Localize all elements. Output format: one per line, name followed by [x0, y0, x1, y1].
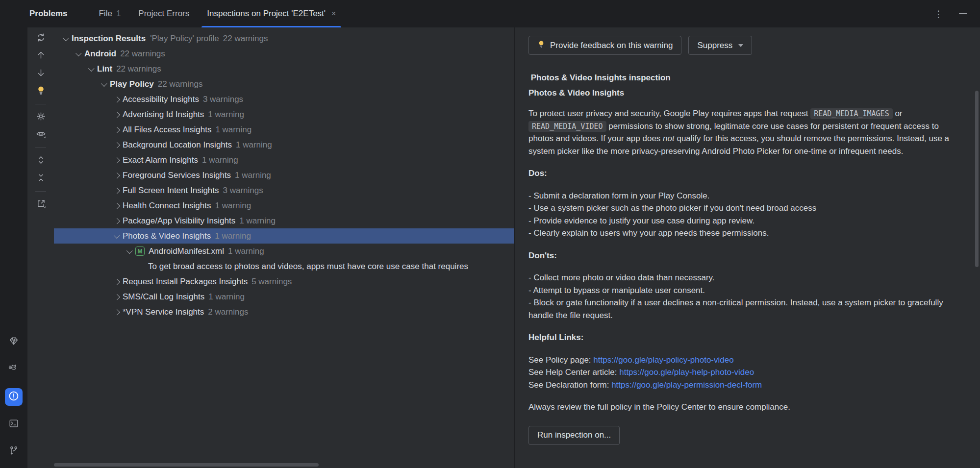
dos-item: - Submit a declaration form in your Play… — [528, 190, 965, 202]
header-tabs: File 1 Project Errors Inspections on Pro… — [90, 0, 345, 27]
hide-tool-window-icon[interactable] — [959, 13, 967, 14]
expand-all-button[interactable] — [35, 155, 47, 167]
stripe-button-terminal[interactable] — [5, 416, 23, 433]
more-options-icon[interactable]: ⋮ — [934, 9, 943, 19]
chevron-right-icon[interactable] — [111, 127, 123, 132]
tree-row-foreground-services-insights[interactable]: Foreground Services Insights 1 warning — [54, 168, 514, 183]
tree-row-sms-call-log-insights[interactable]: SMS/Call Log Insights 1 warning — [54, 289, 514, 304]
tree-row-vpn-service-insights[interactable]: *VPN Service Insights 2 warnings — [54, 304, 514, 320]
refresh-icon — [36, 32, 46, 45]
open-in-new-window-button[interactable] — [35, 198, 47, 210]
horizontal-scrollbar[interactable] — [54, 463, 319, 467]
inspection-settings-button[interactable] — [35, 111, 47, 123]
chevron-down-icon[interactable] — [111, 235, 123, 238]
lightbulb-icon — [36, 85, 46, 98]
description-text: or — [893, 109, 903, 118]
quick-fix-button[interactable] — [35, 85, 47, 97]
chevron-right-icon[interactable] — [111, 295, 123, 299]
tool-window-header: Problems File 1 Project Errors Inspectio… — [0, 0, 980, 27]
tree-row-label: Accessibility Insights — [123, 95, 199, 104]
stripe-button-git[interactable] — [5, 443, 23, 461]
tree-row-label: Background Location Insights — [123, 140, 232, 150]
tree-row-count: 3 warnings — [203, 95, 243, 104]
donts-list: - Collect more photo or video data than … — [528, 271, 965, 321]
tree-row-lint[interactable]: Lint 22 warnings — [54, 61, 514, 76]
tree-row-all-files-access-insights[interactable]: All Files Access Insights 1 warning — [54, 122, 514, 137]
tree-row-profile: 'Play Policy' profile — [150, 34, 219, 44]
permission-chip: READ_MEDIA_IMAGES — [810, 108, 893, 119]
tree-row-exact-alarm-insights[interactable]: Exact Alarm Insights 1 warning — [54, 152, 514, 168]
tree-row-android[interactable]: Android 22 warnings — [54, 46, 514, 61]
collapse-all-button[interactable] — [35, 172, 47, 184]
compliance-note: Always review the full policy in the Pol… — [528, 401, 965, 414]
link-prefix: See Declaration form: — [528, 380, 611, 390]
chevron-right-icon[interactable] — [111, 203, 123, 208]
close-icon[interactable]: × — [331, 10, 336, 18]
tree-row-count: 1 warning — [236, 140, 272, 150]
rerun-inspection-button[interactable] — [35, 32, 47, 44]
chevron-right-icon[interactable] — [111, 188, 123, 193]
chevron-right-icon[interactable] — [111, 112, 123, 117]
inspection-results-tree: Inspection Results 'Play Policy' profile… — [54, 27, 514, 468]
tree-row-label: Lint — [97, 64, 112, 74]
tab-label: Project Errors — [138, 9, 189, 19]
tree-row-androidmanifest[interactable]: M AndroidManifest.xml 1 warning — [54, 244, 514, 259]
tree-row-accessibility-insights[interactable]: Accessibility Insights 3 warnings — [54, 92, 514, 107]
tree-row-count: 1 warning — [239, 216, 276, 226]
declaration-form-link[interactable]: https://goo.gle/play-permission-decl-for… — [611, 380, 762, 390]
stripe-button-diamond[interactable] — [5, 333, 23, 351]
policy-page-link[interactable]: https://goo.gle/play-policy-photo-video — [593, 355, 733, 365]
tool-window-stripe — [0, 27, 27, 468]
chevron-right-icon[interactable] — [111, 143, 123, 148]
lightbulb-icon — [537, 40, 545, 50]
diamond-icon — [8, 336, 19, 348]
tree-row-advertising-id-insights[interactable]: Advertising Id Insights 1 warning — [54, 107, 514, 122]
previous-problem-button[interactable] — [35, 50, 47, 62]
tree-row-health-connect-insights[interactable]: Health Connect Insights 1 warning — [54, 198, 514, 213]
stripe-button-problems[interactable] — [5, 388, 23, 406]
chevron-right-icon[interactable] — [111, 97, 123, 102]
tree-row-label: Request Install Packages Insights — [123, 277, 248, 287]
tree-row-package-app-visibility-insights[interactable]: Package/App Visibility Insights 1 warnin… — [54, 213, 514, 228]
chevron-down-icon[interactable] — [98, 83, 110, 86]
tree-row-inspection-results[interactable]: Inspection Results 'Play Policy' profile… — [54, 31, 514, 46]
next-problem-button[interactable] — [35, 68, 47, 79]
tab-file[interactable]: File 1 — [90, 0, 129, 27]
chevron-right-icon[interactable] — [111, 173, 123, 178]
help-center-link[interactable]: https://goo.gle/play-help-photo-video — [619, 368, 754, 377]
tab-project-errors[interactable]: Project Errors — [129, 0, 198, 27]
tree-row-count: 22 warnings — [223, 34, 268, 44]
tree-row-full-screen-intent-insights[interactable]: Full Screen Intent Insights 3 warnings — [54, 183, 514, 198]
tree-row-label: SMS/Call Log Insights — [123, 292, 204, 302]
tree-row-warning-description[interactable]: To get broad access to photos and videos… — [54, 259, 514, 274]
tab-inspections[interactable]: Inspections on Project 'E2ETest' × — [198, 0, 345, 27]
chevron-down-icon[interactable] — [73, 52, 84, 55]
inspection-subtitle: Photos & Video Insights — [528, 85, 965, 100]
tree-row-play-policy[interactable]: Play Policy 22 warnings — [54, 76, 514, 92]
run-inspection-button[interactable]: Run inspection on... — [528, 426, 620, 445]
chevron-down-icon[interactable] — [124, 250, 135, 253]
preview-toggle-button[interactable] — [35, 129, 47, 141]
tree-row-count: 1 warning — [215, 125, 251, 135]
tree-row-label: To get broad access to photos and videos… — [148, 262, 468, 271]
vertical-scrollbar[interactable] — [975, 91, 979, 267]
chevron-right-icon[interactable] — [111, 310, 123, 315]
tree-row-request-install-packages-insights[interactable]: Request Install Packages Insights 5 warn… — [54, 274, 514, 289]
chevron-right-icon[interactable] — [111, 158, 123, 163]
link-prefix: See Policy page: — [528, 355, 593, 365]
chevron-right-icon[interactable] — [111, 219, 123, 223]
suppress-button[interactable]: Suppress — [688, 36, 752, 55]
provide-feedback-button[interactable]: Provide feedback on this warning — [528, 36, 681, 55]
button-label: Suppress — [697, 41, 732, 50]
tree-row-photos-video-insights-selected[interactable]: Photos & Video Insights 1 warning — [54, 228, 514, 244]
tree-row-count: 1 warning — [208, 110, 244, 120]
stripe-button-logcat[interactable] — [5, 361, 23, 378]
permission-chip: READ_MEDIA_VIDEO — [528, 121, 606, 132]
chevron-down-icon — [738, 44, 743, 47]
tree-row-background-location-insights[interactable]: Background Location Insights 1 warning — [54, 137, 514, 152]
gear-icon — [36, 111, 46, 123]
chevron-down-icon[interactable] — [60, 37, 72, 40]
tool-window-title: Problems — [29, 9, 67, 19]
chevron-down-icon[interactable] — [85, 68, 97, 71]
chevron-right-icon[interactable] — [111, 279, 123, 284]
